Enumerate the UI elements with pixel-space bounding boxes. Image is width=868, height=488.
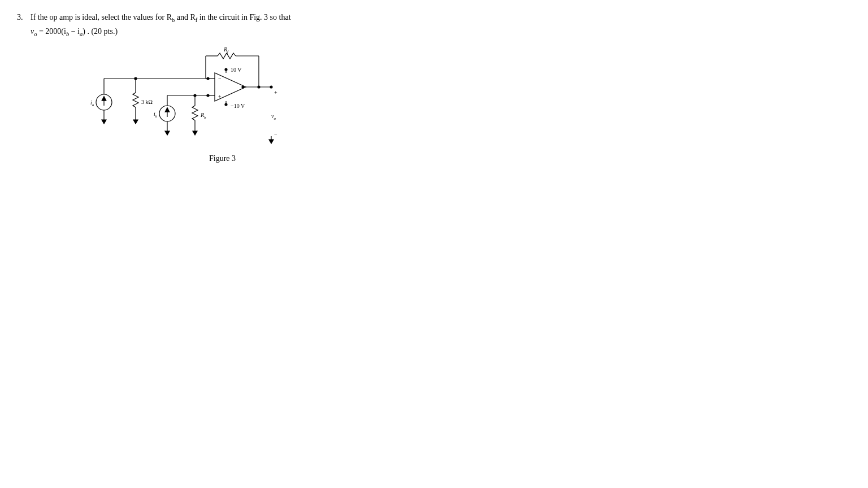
svg-text:10 V: 10 V bbox=[231, 67, 242, 73]
svg-text:−: − bbox=[274, 131, 277, 137]
paren: ) . (20 pts.) bbox=[83, 27, 118, 36]
figure-caption: Figure 3 bbox=[209, 154, 446, 163]
line1-a: If the op amp is ideal, select the value… bbox=[31, 13, 172, 21]
minus: − i bbox=[69, 27, 80, 36]
svg-point-7 bbox=[225, 68, 227, 71]
eq: = 2000(i bbox=[37, 27, 66, 36]
svg-text:Rb: Rb bbox=[200, 112, 206, 120]
svg-point-2 bbox=[207, 77, 209, 80]
circuit-figure: − + 10 V −10 V bbox=[85, 45, 446, 152]
svg-text:ib: ib bbox=[154, 111, 158, 119]
svg-point-3 bbox=[207, 94, 209, 97]
svg-text:Rf: Rf bbox=[223, 46, 229, 54]
svg-text:−: − bbox=[218, 76, 222, 82]
svg-point-10 bbox=[225, 103, 227, 106]
svg-text:+: + bbox=[274, 89, 277, 95]
line1-b: and R bbox=[175, 13, 196, 21]
problem-number: 3. bbox=[17, 11, 31, 39]
svg-point-15 bbox=[270, 86, 272, 88]
line1-c: in the circuit in Fig. 3 so that bbox=[197, 13, 290, 21]
svg-text:−10 V: −10 V bbox=[231, 103, 245, 109]
svg-text:3 kΩ: 3 kΩ bbox=[141, 99, 153, 105]
svg-point-13 bbox=[242, 86, 244, 88]
svg-text:vo: vo bbox=[271, 113, 276, 121]
svg-text:ia: ia bbox=[90, 99, 94, 107]
circuit-svg: − + 10 V −10 V bbox=[85, 45, 300, 152]
problem-statement: If the op amp is ideal, select the value… bbox=[31, 11, 446, 39]
svg-text:+: + bbox=[218, 93, 222, 99]
